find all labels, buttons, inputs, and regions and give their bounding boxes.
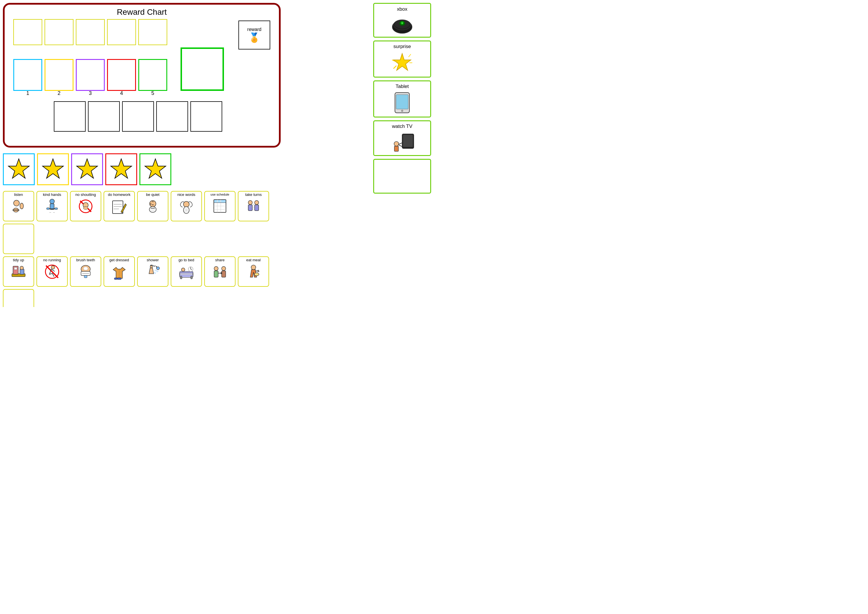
go-to-bed-icon bbox=[177, 263, 195, 281]
card-use-schedule-label: use schedule bbox=[211, 193, 229, 196]
svg-point-27 bbox=[150, 203, 151, 205]
card-eat-meal[interactable]: eat meal bbox=[238, 256, 269, 287]
svg-marker-3 bbox=[111, 159, 132, 178]
star-green[interactable] bbox=[140, 154, 171, 185]
svg-point-71 bbox=[181, 268, 185, 271]
svg-point-52 bbox=[51, 266, 55, 269]
svg-point-18 bbox=[83, 206, 88, 209]
use-schedule-icon bbox=[211, 197, 229, 215]
colored-box-1[interactable]: 1 bbox=[13, 59, 42, 91]
svg-point-97 bbox=[401, 110, 403, 112]
bottom-box-3[interactable] bbox=[122, 101, 154, 132]
reward-icon: 🏅 bbox=[248, 32, 260, 43]
svg-point-78 bbox=[222, 267, 226, 271]
svg-point-24 bbox=[149, 206, 156, 212]
svg-rect-38 bbox=[218, 200, 220, 203]
card-tidy-up[interactable]: tidy up bbox=[3, 256, 34, 287]
reward-watch-tv[interactable]: watch TV bbox=[373, 120, 431, 156]
card-do-homework[interactable]: do homework bbox=[104, 191, 135, 221]
svg-rect-79 bbox=[214, 271, 218, 277]
svg-point-8 bbox=[20, 203, 23, 209]
reward-surprise-label: surprise bbox=[394, 44, 411, 50]
top-box-3[interactable] bbox=[76, 19, 105, 45]
card-nice-words-label: nice words bbox=[177, 193, 195, 197]
svg-rect-48 bbox=[20, 269, 24, 274]
svg-rect-42 bbox=[248, 205, 252, 211]
top-box-2[interactable] bbox=[45, 19, 73, 45]
card-get-dressed[interactable]: get dressed bbox=[104, 256, 135, 287]
reward-chart: Reward Chart reward 🏅 1 2 3 4 5 bbox=[3, 3, 281, 147]
top-boxes-row bbox=[8, 19, 276, 45]
svg-point-62 bbox=[157, 267, 160, 270]
colored-box-5[interactable]: 5 bbox=[138, 59, 167, 91]
svg-line-66 bbox=[153, 272, 155, 273]
star-cyan[interactable] bbox=[3, 154, 35, 185]
large-green-box[interactable] bbox=[181, 48, 224, 91]
svg-point-5 bbox=[14, 200, 19, 206]
watch-tv-icon bbox=[389, 131, 415, 153]
card-blank-1[interactable] bbox=[3, 224, 34, 254]
card-go-to-bed[interactable]: go to bed bbox=[171, 256, 202, 287]
colored-box-4[interactable]: 4 bbox=[107, 59, 136, 91]
reward-tablet[interactable]: Tablet bbox=[373, 81, 431, 118]
get-dressed-icon bbox=[110, 263, 128, 281]
bottom-box-4[interactable] bbox=[156, 101, 188, 132]
star-red[interactable] bbox=[105, 154, 137, 185]
svg-marker-90 bbox=[394, 54, 411, 70]
svg-text:X: X bbox=[401, 22, 403, 25]
bottom-box-1[interactable] bbox=[54, 101, 86, 132]
card-take-turns[interactable]: take turns bbox=[238, 191, 269, 221]
card-no-shouting-label: no shoutting bbox=[76, 193, 96, 197]
card-kind-hands-label: kind hands bbox=[43, 193, 61, 197]
card-get-dressed-label: get dressed bbox=[109, 258, 129, 262]
bottom-box-2[interactable] bbox=[88, 101, 120, 132]
card-brush-teeth[interactable]: brush teeth bbox=[70, 256, 101, 287]
card-listen-label: listen bbox=[14, 193, 23, 197]
svg-rect-101 bbox=[394, 146, 398, 151]
card-use-schedule[interactable]: use schedule bbox=[204, 191, 236, 221]
reward-surprise[interactable]: surprise bbox=[373, 40, 431, 78]
colored-box-3[interactable]: 3 bbox=[76, 59, 105, 91]
star-purple[interactable] bbox=[71, 154, 103, 185]
svg-rect-73 bbox=[191, 276, 192, 279]
card-listen[interactable]: listen bbox=[3, 191, 34, 221]
card-no-running[interactable]: no running bbox=[36, 256, 68, 287]
top-box-5[interactable] bbox=[138, 19, 167, 45]
colored-box-2[interactable]: 2 bbox=[45, 59, 73, 91]
box-num-5: 5 bbox=[151, 90, 154, 96]
svg-point-82 bbox=[251, 265, 256, 270]
card-no-shouting[interactable]: no shoutting bbox=[70, 191, 101, 221]
star-icon-3 bbox=[76, 158, 99, 181]
star-yellow[interactable] bbox=[37, 154, 69, 185]
bottom-box-5[interactable] bbox=[191, 101, 222, 132]
svg-rect-72 bbox=[180, 276, 182, 279]
reward-xbox[interactable]: xbox X bbox=[373, 3, 431, 37]
svg-rect-56 bbox=[84, 276, 87, 278]
card-be-quiet-label: be quiet bbox=[146, 193, 160, 197]
reward-blank[interactable] bbox=[373, 159, 431, 194]
box-num-4: 4 bbox=[120, 90, 123, 96]
svg-line-65 bbox=[157, 271, 158, 272]
card-be-quiet[interactable]: be quiet bbox=[137, 191, 168, 221]
card-nice-words[interactable]: nice words ~ bbox=[171, 191, 202, 221]
svg-point-61 bbox=[150, 266, 152, 268]
card-share[interactable]: share bbox=[204, 256, 236, 287]
reward-tablet-label: Tablet bbox=[395, 84, 409, 89]
card-brush-teeth-label: brush teeth bbox=[76, 258, 95, 262]
card-shower-label: shower bbox=[147, 258, 159, 262]
top-box-4[interactable] bbox=[107, 19, 136, 45]
bottom-boxes-row bbox=[8, 101, 276, 132]
top-box-1[interactable] bbox=[13, 19, 42, 45]
card-blank-2[interactable] bbox=[3, 289, 34, 307]
svg-line-91 bbox=[394, 66, 397, 68]
svg-point-77 bbox=[214, 267, 218, 271]
svg-point-57 bbox=[83, 267, 88, 270]
card-shower[interactable]: shower bbox=[137, 256, 168, 287]
stars-row bbox=[3, 154, 171, 185]
svg-rect-12 bbox=[46, 208, 50, 209]
kind-hands-icon: ← → bbox=[43, 197, 61, 215]
svg-line-92 bbox=[409, 54, 411, 57]
svg-rect-99 bbox=[403, 135, 413, 147]
card-kind-hands[interactable]: kind hands ← → bbox=[36, 191, 68, 221]
brush-teeth-icon bbox=[77, 263, 95, 281]
